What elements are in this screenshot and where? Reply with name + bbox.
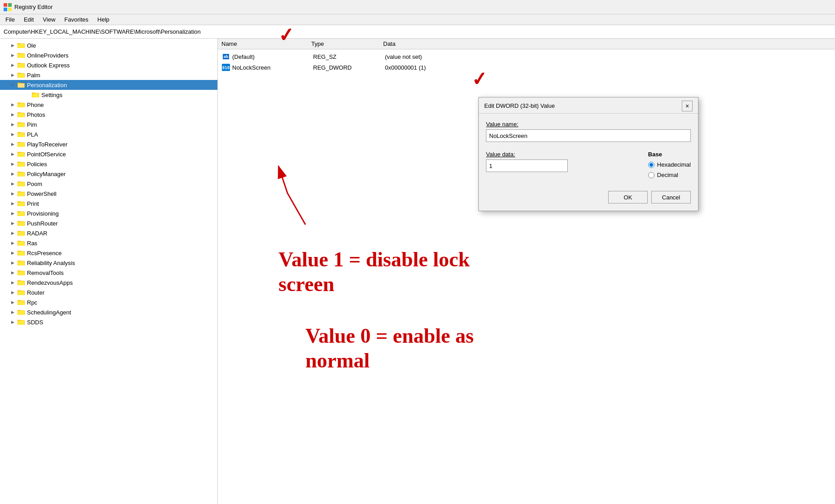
value-row-no-lock-screen[interactable]: 010 NoLockScreen REG_DWORD 0x00000001 (1… (218, 62, 835, 73)
expand-icon-scheduling-agent[interactable] (9, 309, 16, 316)
tree-item-outlook-express[interactable]: Outlook Express (0, 60, 217, 70)
tree-item-powershell[interactable]: PowerShell (0, 189, 217, 199)
expand-icon-personalization[interactable] (9, 81, 16, 88)
tree-label-reliability-analysis: Reliability Analysis (27, 260, 75, 266)
tree-label-personalization: Personalization (27, 82, 67, 88)
tree-item-scheduling-agent[interactable]: SchedulingAgent (0, 307, 217, 317)
tree-item-reliability-analysis[interactable]: Reliability Analysis (0, 258, 217, 268)
tree-item-phone[interactable]: Phone (0, 100, 217, 110)
expand-icon-online-providers[interactable] (9, 52, 16, 59)
cancel-button[interactable]: Cancel (651, 191, 691, 203)
tree-item-ole[interactable]: Ole (0, 40, 217, 50)
tree-item-online-providers[interactable]: OnlineProviders (0, 50, 217, 60)
svg-rect-1 (8, 3, 12, 7)
menu-help[interactable]: Help (94, 15, 113, 24)
folder-icon-settings (31, 91, 40, 98)
tree-item-play-to-receiver[interactable]: PlayToReceiver (0, 139, 217, 149)
tree-item-print[interactable]: Print (0, 199, 217, 208)
tree-label-powershell: PowerShell (27, 190, 57, 197)
tree-label-poom: Poom (27, 181, 42, 187)
tree-label-rendezvous-apps: RendezvousApps (27, 279, 73, 286)
expand-icon-sdds[interactable] (9, 318, 16, 326)
radio-dec-input[interactable] (648, 172, 654, 178)
expand-icon-outlook-express[interactable] (9, 62, 16, 69)
tree-item-pla[interactable]: PLA (0, 129, 217, 139)
tree-item-radar[interactable]: RADAR (0, 228, 217, 238)
expand-icon-photos[interactable] (9, 111, 16, 118)
expand-icon-palm[interactable] (9, 71, 16, 79)
tree-item-removal-tools[interactable]: RemovalTools (0, 268, 217, 278)
expand-icon-ras[interactable] (9, 239, 16, 247)
tree-item-poom[interactable]: Poom (0, 179, 217, 189)
tree-item-rendezvous-apps[interactable]: RendezvousApps (0, 278, 217, 287)
tree-item-settings[interactable]: Settings (0, 90, 217, 100)
menu-favorites[interactable]: Favorites (61, 15, 92, 24)
expand-icon-phone[interactable] (9, 101, 16, 108)
expand-icon-router[interactable] (9, 289, 16, 296)
main-area: Ole OnlineProviders Outlook Express (0, 39, 835, 504)
tree-item-personalization[interactable]: Personalization (0, 80, 217, 90)
svg-rect-81 (18, 291, 24, 295)
radio-decimal[interactable]: Decimal (648, 172, 691, 178)
tree-label-pla: PLA (27, 131, 38, 138)
ok-button[interactable]: OK (608, 191, 648, 203)
tree-item-provisioning[interactable]: Provisioning (0, 208, 217, 218)
tree-item-rpc[interactable]: Rpc (0, 297, 217, 307)
dialog-close-button[interactable]: × (682, 101, 693, 111)
svg-rect-18 (18, 84, 24, 88)
radio-hexadecimal[interactable]: Hexadecimal (648, 161, 691, 168)
tree-item-push-router[interactable]: PushRouter (0, 218, 217, 228)
dialog-buttons: OK Cancel (486, 186, 691, 203)
menu-edit[interactable]: Edit (20, 15, 37, 24)
tree-item-policies[interactable]: Policies (0, 159, 217, 169)
expand-icon-push-router[interactable] (9, 220, 16, 227)
expand-icon-policies[interactable] (9, 160, 16, 168)
value-name-input[interactable] (486, 129, 691, 142)
svg-rect-42 (18, 163, 24, 167)
tree-item-pim[interactable]: Pim (0, 119, 217, 129)
value-data-input[interactable] (486, 159, 568, 172)
expand-icon-policy-manager[interactable] (9, 170, 16, 177)
tree-label-rpc: Rpc (27, 299, 37, 306)
expand-icon-ole[interactable] (9, 42, 16, 49)
expand-icon-print[interactable] (9, 200, 16, 207)
svg-rect-69 (18, 252, 24, 256)
expand-icon-rpc[interactable] (9, 299, 16, 306)
tree-item-router[interactable]: Router (0, 287, 217, 297)
expand-icon-point-of-service[interactable] (9, 150, 16, 158)
expand-icon-powershell[interactable] (9, 190, 16, 197)
expand-icon-removal-tools[interactable] (9, 269, 16, 276)
svg-rect-39 (18, 153, 24, 157)
value-icon-default: ab (221, 53, 230, 61)
tree-scroll[interactable]: Ole OnlineProviders Outlook Express (0, 39, 217, 504)
folder-icon-reliability-analysis (17, 259, 25, 266)
value-type-no-lock-screen: REG_DWORD (313, 64, 385, 71)
menu-file[interactable]: File (2, 15, 18, 24)
tree-item-sdds[interactable]: SDDS (0, 317, 217, 327)
tree-label-pim: Pim (27, 121, 37, 128)
expand-icon-rcs-presence[interactable] (9, 249, 16, 256)
expand-icon-rendezvous-apps[interactable] (9, 279, 16, 286)
dialog-body: Value name: Value data: Base (479, 114, 698, 211)
expand-icon-pla[interactable] (9, 131, 16, 138)
tree-item-ras[interactable]: Ras (0, 238, 217, 248)
expand-icon-radar[interactable] (9, 230, 16, 237)
tree-item-photos[interactable]: Photos (0, 110, 217, 119)
tree-label-ras: Ras (27, 240, 37, 247)
menu-view[interactable]: View (39, 15, 59, 24)
folder-icon-palm (17, 71, 25, 79)
tree-item-rcs-presence[interactable]: RcsPresence (0, 248, 217, 258)
tree-item-palm[interactable]: Palm (0, 70, 217, 80)
tree-item-point-of-service[interactable]: PointOfService (0, 149, 217, 159)
expand-icon-reliability-analysis[interactable] (9, 259, 16, 266)
tree-item-policy-manager[interactable]: PolicyManager (0, 169, 217, 179)
radio-hex-input[interactable] (648, 162, 654, 168)
expand-icon-play-to-receiver[interactable] (9, 141, 16, 148)
value-row-default[interactable]: ab (Default) REG_SZ (value not set) (218, 51, 835, 62)
svg-rect-48 (18, 182, 24, 186)
expand-icon-poom[interactable] (9, 180, 16, 187)
expand-icon-pim[interactable] (9, 121, 16, 128)
expand-icon-provisioning[interactable] (9, 210, 16, 217)
svg-rect-12 (18, 64, 24, 68)
svg-rect-54 (18, 202, 24, 206)
